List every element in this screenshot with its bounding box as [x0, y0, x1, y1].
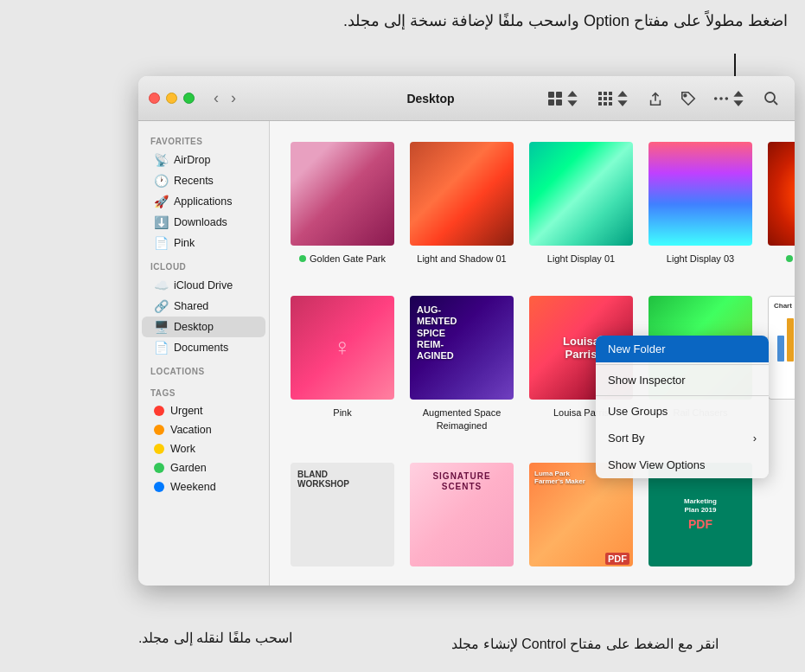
sidebar-item-documents[interactable]: 📄 Documents	[142, 337, 265, 358]
file-name-pink: Pink	[333, 406, 351, 419]
back-button[interactable]: ‹	[208, 86, 224, 111]
thumb-image-ggp	[291, 142, 394, 246]
ctx-item-new-folder[interactable]: New Folder	[596, 336, 769, 362]
share-icon-button[interactable]	[642, 87, 668, 110]
thumb-image-mf	[768, 142, 795, 246]
sidebar-item-urgent[interactable]: Urgent	[142, 401, 265, 420]
chart-content: Chart	[769, 297, 795, 399]
garden-tag-dot	[154, 463, 164, 473]
file-area: Golden Gate Park Light and Shadow 01	[270, 121, 795, 586]
work-tag-dot	[154, 444, 164, 454]
svg-rect-9	[598, 97, 602, 100]
title-bar: ‹ › Desktop	[138, 76, 795, 121]
file-thumb-ld01	[529, 142, 633, 246]
forward-button[interactable]: ›	[226, 86, 241, 111]
sidebar-item-pink[interactable]: 📄 Pink	[142, 233, 265, 253]
sidebar-item-label: Applications	[174, 195, 232, 208]
svg-point-19	[719, 97, 723, 100]
tags-label: Tags	[138, 380, 269, 401]
file-thumb-mf	[768, 142, 795, 246]
file-item-ggp[interactable]: Golden Gate Park	[287, 135, 398, 272]
thumb-image-aug: AUG-MENTEDSPICEREIM-AGINED	[410, 296, 514, 400]
svg-marker-16	[617, 100, 627, 106]
ctx-item-sort-by[interactable]: Sort By ›	[596, 425, 769, 451]
sidebar-item-label: Desktop	[174, 321, 214, 333]
search-icon-button[interactable]	[758, 87, 784, 110]
sidebar-item-desktop[interactable]: 🖥️ Desktop	[142, 317, 265, 337]
status-dot-ggp	[299, 255, 306, 262]
minimize-button[interactable]	[166, 93, 177, 104]
finder-window: ‹ › Desktop	[138, 76, 795, 586]
chart-bar	[787, 318, 794, 362]
file-thumb-bland: BLANDWORKSHOP	[291, 463, 394, 566]
file-name-ld01: Light Display 01	[547, 253, 615, 265]
sidebar-item-work[interactable]: Work	[142, 439, 265, 458]
file-name-ls01: Light and Shadow 01	[417, 253, 506, 265]
nav-buttons: ‹ ›	[208, 86, 241, 111]
thumb-image-ld01	[529, 142, 633, 246]
file-item-ls01[interactable]: Light and Shadow 01	[406, 135, 517, 272]
svg-marker-4	[567, 91, 577, 97]
sidebar-item-label: Garden	[170, 462, 207, 474]
svg-rect-1	[556, 92, 562, 98]
sidebar-item-airdrop[interactable]: 📡 AirDrop	[142, 150, 265, 170]
sidebar-item-label: Pink	[174, 237, 195, 249]
ctx-divider-1	[596, 364, 769, 365]
ctx-divider-2	[596, 395, 769, 396]
file-thumb-pink: ♀	[291, 296, 394, 400]
favorites-label: Favorites	[138, 128, 269, 150]
close-button[interactable]	[149, 93, 160, 104]
sort-by-arrow-icon: ›	[753, 432, 757, 445]
svg-marker-22	[733, 100, 743, 106]
status-dot-mf	[786, 255, 793, 262]
sidebar-item-label: iCloud Drive	[174, 279, 233, 291]
louisa-text: LouisaParris	[563, 335, 599, 361]
sidebar-item-icloud-drive[interactable]: ☁️ iCloud Drive	[142, 275, 265, 296]
sig-text: SIGNATURESCENTS	[432, 471, 490, 492]
sidebar-item-recents[interactable]: 🕐 Recents	[142, 170, 265, 191]
tag-icon-button[interactable]	[675, 87, 701, 110]
sidebar-item-weekend[interactable]: Weekend	[142, 477, 265, 496]
marketing-content: MarketingPlan 2019 PDF	[652, 466, 749, 563]
sidebar-item-label: Urgent	[170, 405, 203, 417]
file-item-chart[interactable]: Chart	[764, 289, 795, 438]
file-thumb-ld03	[648, 142, 752, 246]
sidebar-item-downloads[interactable]: ⬇️ Downloads	[142, 212, 265, 233]
svg-marker-5	[567, 100, 577, 106]
applications-icon: 🚀	[154, 195, 168, 208]
sidebar-item-label: Recents	[174, 175, 214, 187]
sidebar-item-shared[interactable]: 🔗 Shared	[142, 296, 265, 317]
luma-pdf-label: PDF	[605, 553, 629, 565]
ctx-item-show-view-options[interactable]: Show View Options	[596, 451, 769, 478]
sidebar-item-label: Weekend	[170, 481, 216, 493]
svg-rect-12	[598, 102, 602, 106]
view-icon-button[interactable]	[542, 87, 585, 110]
thumb-image-ls01	[410, 142, 514, 246]
sidebar-item-applications[interactable]: 🚀 Applications	[142, 191, 265, 212]
file-thumb-chart: Chart	[768, 296, 795, 400]
svg-marker-15	[617, 91, 627, 97]
file-item-mf[interactable]: Macro Flower	[764, 135, 795, 272]
ctx-item-show-inspector[interactable]: Show Inspector	[596, 367, 769, 394]
more-icon-button[interactable]	[708, 87, 751, 110]
icloud-drive-icon: ☁️	[154, 278, 168, 292]
svg-marker-21	[733, 91, 743, 97]
svg-rect-13	[604, 102, 607, 106]
file-item-ld03[interactable]: Light Display 03	[645, 135, 756, 272]
view2-icon-button[interactable]	[592, 87, 636, 110]
file-name-ld03: Light Display 03	[667, 253, 734, 265]
svg-rect-14	[609, 102, 612, 106]
file-item-ld01[interactable]: Light Display 01	[526, 135, 636, 272]
aug-text: AUG-MENTEDSPICEREIM-AGINED	[417, 304, 457, 362]
file-item-bland[interactable]: BLANDWORKSHOP	[287, 456, 398, 580]
file-item-aug[interactable]: AUG-MENTEDSPICEREIM-AGINED Augmented Spa…	[406, 289, 517, 438]
weekend-tag-dot	[154, 482, 164, 492]
file-item-pink[interactable]: ♀ Pink	[287, 289, 398, 438]
sidebar-item-vacation[interactable]: Vacation	[142, 420, 265, 439]
sidebar-item-garden[interactable]: Garden	[142, 458, 265, 477]
file-thumb-ls01	[410, 142, 514, 246]
file-item-sig[interactable]: SIGNATURESCENTS	[406, 456, 517, 580]
ctx-item-use-groups[interactable]: Use Groups	[596, 398, 769, 425]
maximize-button[interactable]	[183, 93, 195, 104]
svg-rect-3	[556, 99, 562, 106]
